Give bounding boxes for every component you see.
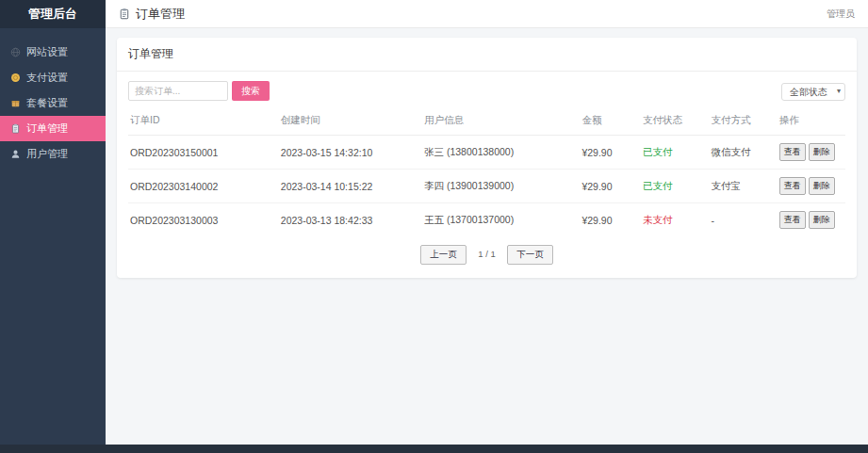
created-time-cell: 2023-03-14 10:15:22 bbox=[279, 170, 422, 203]
user-info-cell: 张三 (13800138000) bbox=[422, 136, 580, 170]
orders-panel: 订单管理 搜索 全部状态 ▾ 订单ID创建时间用户信息金额支付状态支付方式操作 … bbox=[117, 38, 857, 278]
view-button[interactable]: 查看 bbox=[779, 143, 806, 161]
payment-method-cell: 支付宝 bbox=[709, 170, 777, 203]
table-row: ORD2023031500012023-03-15 14:32:10张三 (13… bbox=[128, 136, 845, 170]
app-window: 管理后台 网站设置支付设置套餐设置订单管理用户管理 订单管理 管理员 订单管理 … bbox=[0, 0, 868, 453]
column-header: 支付状态 bbox=[641, 106, 709, 136]
payment-icon bbox=[9, 73, 21, 84]
status-filter-select[interactable]: 全部状态 bbox=[781, 83, 845, 101]
page-title: 订单管理 bbox=[119, 6, 185, 23]
sidebar-item-label: 订单管理 bbox=[26, 121, 68, 136]
delete-button[interactable]: 删除 bbox=[809, 177, 835, 195]
next-page-button[interactable]: 下一页 bbox=[507, 245, 553, 265]
sidebar-menu: 网站设置支付设置套餐设置订单管理用户管理 bbox=[0, 40, 106, 167]
column-header: 订单ID bbox=[128, 106, 279, 136]
column-header: 金额 bbox=[580, 106, 641, 136]
clipboard-icon bbox=[9, 123, 21, 135]
user-icon bbox=[9, 149, 21, 160]
content-area: 订单管理 搜索 全部状态 ▾ 订单ID创建时间用户信息金额支付状态支付方式操作 … bbox=[106, 28, 868, 287]
sidebar-item-site-settings[interactable]: 网站设置 bbox=[0, 40, 106, 65]
status-filter: 全部状态 ▾ bbox=[781, 82, 845, 101]
globe-icon bbox=[9, 47, 21, 58]
page-title-text: 订单管理 bbox=[136, 6, 185, 23]
actions-cell: 查看删除 bbox=[778, 136, 845, 170]
sidebar-item-label: 支付设置 bbox=[26, 71, 68, 85]
view-button[interactable]: 查看 bbox=[779, 211, 806, 229]
page-info: 1 / 1 bbox=[478, 249, 496, 259]
column-header: 操作 bbox=[778, 106, 845, 136]
app-title: 管理后台 bbox=[0, 0, 106, 28]
sidebar-item-label: 用户管理 bbox=[26, 147, 68, 161]
prev-page-button[interactable]: 上一页 bbox=[420, 245, 467, 265]
topbar: 订单管理 管理员 bbox=[106, 0, 868, 28]
sidebar-item-label: 套餐设置 bbox=[26, 96, 68, 110]
orders-toolbar: 搜索 全部状态 ▾ bbox=[117, 72, 857, 106]
panel-title: 订单管理 bbox=[117, 38, 857, 72]
pagination: 上一页 1 / 1 下一页 bbox=[117, 236, 857, 278]
amount-cell: ¥29.90 bbox=[580, 136, 641, 170]
created-time-cell: 2023-03-15 14:32:10 bbox=[279, 136, 422, 170]
order-id-cell: ORD202303150001 bbox=[128, 136, 279, 170]
user-menu[interactable]: 管理员 bbox=[827, 8, 855, 21]
order-id-cell: ORD202303130003 bbox=[128, 203, 279, 237]
sidebar-item-user-management[interactable]: 用户管理 bbox=[0, 141, 106, 167]
sidebar-item-order-management[interactable]: 订单管理 bbox=[0, 116, 106, 141]
footer-bar bbox=[0, 445, 868, 453]
user-info-cell: 李四 (13900139000) bbox=[422, 170, 580, 203]
column-header: 用户信息 bbox=[422, 106, 580, 136]
user-info-cell: 王五 (13700137000) bbox=[422, 203, 580, 237]
delete-button[interactable]: 删除 bbox=[809, 211, 835, 229]
actions-cell: 查看删除 bbox=[778, 170, 845, 203]
sidebar-item-label: 网站设置 bbox=[26, 45, 68, 59]
search-input[interactable] bbox=[128, 81, 228, 101]
package-icon bbox=[9, 98, 21, 109]
order-id-cell: ORD202303140002 bbox=[128, 170, 279, 203]
amount-cell: ¥29.90 bbox=[580, 203, 641, 237]
table-row: ORD2023031400022023-03-14 10:15:22李四 (13… bbox=[128, 170, 845, 203]
search-button[interactable]: 搜索 bbox=[232, 81, 270, 101]
actions-cell: 查看删除 bbox=[778, 203, 845, 237]
table-row: ORD2023031300032023-03-13 18:42:33王五 (13… bbox=[128, 203, 845, 237]
orders-table: 订单ID创建时间用户信息金额支付状态支付方式操作 ORD202303150001… bbox=[128, 106, 845, 236]
payment-status-cell: 已支付 bbox=[641, 170, 709, 203]
view-button[interactable]: 查看 bbox=[779, 177, 806, 195]
table-header-row: 订单ID创建时间用户信息金额支付状态支付方式操作 bbox=[128, 106, 845, 136]
delete-button[interactable]: 删除 bbox=[809, 143, 835, 161]
sidebar: 管理后台 网站设置支付设置套餐设置订单管理用户管理 bbox=[0, 0, 106, 445]
amount-cell: ¥29.90 bbox=[580, 170, 641, 203]
payment-status-cell: 已支付 bbox=[641, 136, 709, 170]
orders-table-wrap: 订单ID创建时间用户信息金额支付状态支付方式操作 ORD202303150001… bbox=[117, 106, 857, 236]
payment-method-cell: - bbox=[709, 203, 777, 237]
created-time-cell: 2023-03-13 18:42:33 bbox=[279, 203, 422, 237]
column-header: 创建时间 bbox=[279, 106, 422, 136]
column-header: 支付方式 bbox=[709, 106, 777, 136]
payment-status-cell: 未支付 bbox=[641, 203, 709, 237]
sidebar-item-payment-settings[interactable]: 支付设置 bbox=[0, 65, 106, 90]
sidebar-item-package-settings[interactable]: 套餐设置 bbox=[0, 90, 106, 116]
payment-method-cell: 微信支付 bbox=[709, 136, 777, 170]
clipboard-icon bbox=[119, 8, 130, 20]
main-area: 订单管理 管理员 订单管理 搜索 全部状态 ▾ 订单ID创建时 bbox=[106, 0, 868, 445]
